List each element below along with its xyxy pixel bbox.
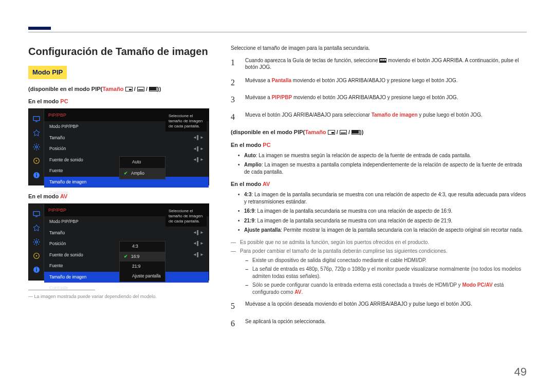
osd-row-contraste-av: Contraste xyxy=(44,283,209,293)
adjust-icon xyxy=(32,224,41,232)
svg-point-4 xyxy=(35,160,37,162)
svg-point-2 xyxy=(35,146,38,148)
avail-size-label: Tamaño xyxy=(102,86,123,92)
pc-bullets: Auto: La imagen se muestra según la rela… xyxy=(238,152,527,176)
page-number: 49 xyxy=(514,364,527,380)
availability-line-left: (disponible en el modo PIP(Tamaño / / )) xyxy=(28,85,209,93)
osd-option-amplio: ✔Amplio xyxy=(120,168,165,179)
info-icon xyxy=(32,266,41,274)
size-icon-mid xyxy=(340,130,347,135)
osd-option-169: ✔16:9 xyxy=(120,252,165,262)
osd-tooltip-av: Seleccione el tamaño de imagen de cada p… xyxy=(165,206,207,227)
footnote: ― La imagen mostrada puede variar depend… xyxy=(28,293,209,300)
page-title: Configuración de Tamaño de imagen xyxy=(28,45,209,59)
intro-text: Seleccione el tamaño de imagen para la p… xyxy=(231,45,527,52)
osd-row-tamano: Tamaño◄ ▌ ► xyxy=(44,133,209,143)
size-icon-small xyxy=(125,87,133,91)
gear-icon xyxy=(32,238,41,246)
step-6: 6Se aplicará la opción seleccionada. xyxy=(231,318,527,329)
size-icon-small xyxy=(328,130,335,135)
osd-popup-av: 4:3 ✔16:9 21:9 Ajuste pantalla xyxy=(119,241,165,282)
size-icon-large xyxy=(351,130,360,135)
osd-screenshot-av: PIP/PBP Modo PIP/PBPAct. Tamaño◄ ▌ ► Pos… xyxy=(28,203,209,281)
step-2: 2 Muévase a Pantalla moviendo el botón J… xyxy=(231,77,527,88)
osd-row-posicion: Posición◄ ▌ ► xyxy=(44,143,209,154)
svg-rect-7 xyxy=(36,173,36,174)
osd-row-contraste: Contraste xyxy=(44,188,209,198)
mode-av-heading-right: En el modo AV xyxy=(231,180,527,188)
svg-rect-8 xyxy=(33,211,40,215)
svg-rect-14 xyxy=(36,269,36,272)
notes-block: ―Es posible que no se admita la función,… xyxy=(231,239,527,296)
osd-option-ajuste: Ajuste pantalla xyxy=(120,271,165,281)
section-modo-pip: Modo PIP xyxy=(28,66,67,79)
svg-rect-15 xyxy=(36,268,36,268)
availability-line-right: (disponible en el modo PIP(Tamaño / / )) xyxy=(231,128,527,136)
settings2-icon xyxy=(32,157,41,165)
settings2-icon xyxy=(32,252,41,260)
osd-row-tamano-av: Tamaño◄ ▌ ► xyxy=(44,228,209,238)
mode-pc-heading-left: En el modo PC xyxy=(28,98,209,105)
step-4: 4 Mueva el botón JOG ARRIBA/ABAJO para s… xyxy=(231,111,527,123)
svg-rect-6 xyxy=(36,174,36,177)
step-5: 5Muévase a la opción deseada moviendo el… xyxy=(231,301,527,312)
function-key-icon xyxy=(379,58,386,63)
av-bullets: 4:3: La imagen de la pantalla secundaria… xyxy=(238,191,527,234)
osd-option-43: 4:3 xyxy=(120,241,165,251)
osd-popup-pc: Auto ✔Amplio xyxy=(119,156,165,179)
osd-sidebar-av xyxy=(29,204,44,280)
step-1: 1 Cuando aparezca la Guía de teclas de f… xyxy=(231,57,527,71)
svg-rect-0 xyxy=(33,116,40,120)
monitor-icon xyxy=(32,115,41,123)
info-icon xyxy=(32,171,41,179)
monitor-icon xyxy=(32,210,41,218)
osd-option-219: 21:9 xyxy=(120,262,165,271)
adjust-icon xyxy=(32,129,41,137)
mode-pc-heading-right: En el modo PC xyxy=(231,141,527,149)
gear-icon xyxy=(32,143,41,151)
header-rule xyxy=(28,32,527,32)
osd-sidebar xyxy=(29,109,44,185)
osd-tooltip: Seleccione el tamaño de imagen de cada p… xyxy=(165,111,207,132)
header-accent-bar xyxy=(28,27,51,30)
size-icon-large xyxy=(149,87,157,91)
svg-rect-9 xyxy=(35,216,38,217)
osd-screenshot-pc: PIP/PBP Modo PIP/PBPAct. Tamaño◄ ▌ ► Pos… xyxy=(28,108,209,185)
svg-point-10 xyxy=(35,241,38,243)
step-3: 3 Muévase a PIP/PBP moviendo el botón JO… xyxy=(231,94,527,105)
avail-suffix: )) xyxy=(157,86,161,92)
avail-prefix: (disponible en el modo PIP( xyxy=(28,86,102,92)
svg-rect-1 xyxy=(35,121,38,122)
svg-point-12 xyxy=(35,255,37,257)
osd-option-auto: Auto xyxy=(120,157,165,167)
size-icon-mid xyxy=(137,87,144,91)
